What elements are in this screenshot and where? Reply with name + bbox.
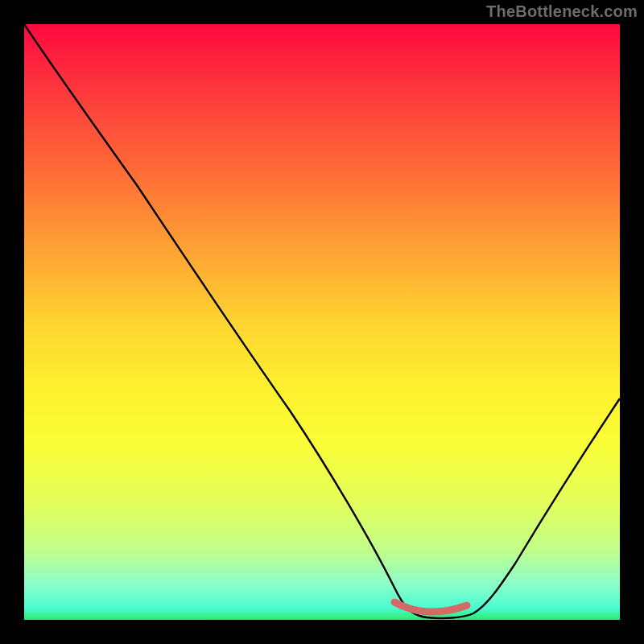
bottleneck-curve bbox=[24, 24, 620, 618]
plot-area bbox=[24, 24, 620, 620]
watermark-text: TheBottleneck.com bbox=[486, 2, 638, 21]
sweet-spot-marker bbox=[394, 602, 467, 612]
chart-frame: TheBottleneck.com bbox=[0, 0, 644, 644]
curve-layer bbox=[24, 24, 620, 620]
